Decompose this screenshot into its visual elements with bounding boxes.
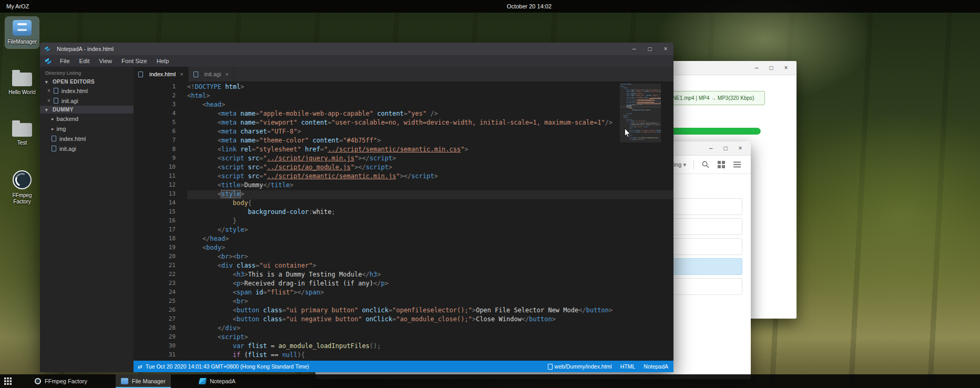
notepada-titlebar[interactable]: NotepadA - index.html – □ × bbox=[40, 43, 673, 55]
line-number: 11 bbox=[134, 172, 184, 181]
line-number: 16 bbox=[134, 217, 184, 226]
tab-index.html[interactable]: index.html× bbox=[134, 67, 189, 81]
sidebar-header: Directory Listing bbox=[40, 67, 134, 78]
statusbar-language: HTML bbox=[620, 363, 636, 370]
line-number: 17 bbox=[134, 226, 184, 235]
filepath-text: web/Dummy/index.html bbox=[555, 363, 612, 370]
open-editors-label: OPEN EDITORS bbox=[53, 79, 95, 85]
line-number: 1 bbox=[134, 83, 184, 92]
desktop-icon-file-manager[interactable]: FileManager bbox=[5, 17, 39, 48]
close-icon[interactable]: × bbox=[180, 71, 183, 77]
fm-maximize-button[interactable]: □ bbox=[719, 143, 732, 154]
file-tree: ▸backend▸imgindex.htmlinit.agi bbox=[40, 114, 134, 154]
code-editor[interactable]: 1234567891011121314151617181920212223242… bbox=[134, 81, 673, 361]
notepada-close-button[interactable]: × bbox=[658, 43, 673, 55]
code-line: <div class="ui container"> bbox=[187, 262, 673, 271]
toolbar-divider bbox=[693, 160, 694, 169]
file-icon bbox=[138, 72, 143, 77]
fm-close-button[interactable]: × bbox=[734, 143, 747, 154]
desktop-icon-hello-world[interactable]: Hello World bbox=[5, 66, 39, 99]
tab-init.agi[interactable]: init.agi× bbox=[189, 67, 234, 81]
tree-item-backend[interactable]: ▸backend bbox=[40, 114, 134, 124]
notepada-sidebar: Directory Listing ▾ OPEN EDITORS ×index.… bbox=[40, 67, 134, 372]
grid-view-icon[interactable] bbox=[717, 160, 726, 169]
desktop-icon-label: FFmpeg Factory bbox=[6, 192, 38, 205]
close-icon[interactable]: × bbox=[47, 98, 50, 104]
desktop-icon-test[interactable]: Test bbox=[5, 117, 39, 149]
desktop-icon-column: FileManagerHello WorldTestFFmpeg Factory bbox=[5, 17, 39, 208]
menu-view[interactable]: View bbox=[94, 55, 117, 67]
code-line: <meta charset="UTF-8"> bbox=[187, 128, 673, 137]
taskbar-item-file-manager[interactable]: File Manager bbox=[116, 374, 171, 388]
tree-item-index.html[interactable]: index.html bbox=[40, 134, 134, 144]
code-line: } bbox=[187, 217, 673, 226]
desktop-icon-label: FileManager bbox=[6, 39, 38, 45]
folder-icon bbox=[12, 123, 32, 137]
tree-item-init.agi[interactable]: init.agi bbox=[40, 144, 134, 154]
notepada-menubar: FileEditViewFont SizeHelp bbox=[40, 55, 673, 67]
code-line: <title>Dummy</title> bbox=[187, 181, 673, 190]
desktop: My ArOZ October 20 14:02 FileManagerHell… bbox=[0, 0, 980, 388]
fm-minimize-button[interactable]: – bbox=[705, 143, 717, 154]
code-line: <p>Received drag-in filelist (if any)</p… bbox=[187, 280, 673, 289]
code-line: <body> bbox=[187, 244, 673, 253]
code-line: <button class="ui primary button" onclic… bbox=[187, 307, 673, 315]
folder-section-dummy[interactable]: ▾ DUMMY bbox=[40, 106, 134, 114]
folder-label: DUMMY bbox=[53, 107, 74, 113]
taskbar-item-label: NotepadA bbox=[210, 378, 236, 384]
code-line: <!DOCTYPE html> bbox=[187, 83, 673, 92]
code-line: <meta name="apple-mobile-web-app-capable… bbox=[187, 110, 673, 119]
taskbar-items: FFmpeg FactoryFile ManagerNotepadA bbox=[29, 374, 264, 388]
ffmpeg-minimize-button[interactable]: – bbox=[750, 63, 763, 73]
tree-item-img[interactable]: ▸img bbox=[40, 124, 134, 134]
close-icon[interactable]: × bbox=[225, 71, 228, 77]
notepada-maximize-button[interactable]: □ bbox=[642, 43, 658, 55]
menu-edit[interactable]: Edit bbox=[75, 55, 95, 67]
close-icon[interactable]: × bbox=[47, 88, 50, 94]
minimap[interactable]: <!DOCTYPE html><html> <head> <meta name=… bbox=[620, 84, 661, 361]
open-editor-label: init.agi bbox=[62, 98, 78, 104]
start-menu-button[interactable] bbox=[0, 374, 16, 388]
ffmpeg-maximize-button[interactable]: □ bbox=[765, 63, 778, 73]
open-editor-init.agi[interactable]: ×init.agi bbox=[40, 96, 134, 106]
open-editors-section[interactable]: ▾ OPEN EDITORS bbox=[40, 78, 134, 86]
line-number: 19 bbox=[134, 244, 184, 253]
menu-help[interactable]: Help bbox=[152, 55, 174, 67]
drawer-icon bbox=[121, 378, 128, 384]
chevron-down-icon: ▾ bbox=[45, 107, 48, 113]
desktop-icon-ffmpeg-factory[interactable]: FFmpeg Factory bbox=[5, 167, 39, 208]
file-icon bbox=[54, 98, 58, 104]
line-number: 7 bbox=[134, 137, 184, 146]
code-content[interactable]: <!DOCTYPE html><html> <head> <meta name=… bbox=[184, 81, 673, 361]
open-editor-label: index.html bbox=[62, 88, 88, 94]
list-view-icon[interactable] bbox=[733, 160, 741, 169]
notepada-icon bbox=[199, 378, 207, 384]
menu-font-size[interactable]: Font Size bbox=[117, 55, 152, 67]
line-number: 20 bbox=[134, 253, 184, 262]
desktop-icon-label: Test bbox=[6, 140, 38, 146]
taskbar-item-ffmpeg-factory[interactable]: FFmpeg Factory bbox=[29, 374, 93, 388]
open-editor-index.html[interactable]: ×index.html bbox=[40, 86, 134, 96]
line-number: 29 bbox=[134, 333, 184, 342]
search-icon[interactable] bbox=[701, 160, 710, 169]
taskbar: FFmpeg FactoryFile ManagerNotepadA bbox=[0, 374, 980, 388]
file-icon bbox=[548, 364, 553, 370]
code-line: </head> bbox=[187, 235, 673, 244]
code-line: </style> bbox=[187, 226, 673, 235]
taskbar-item-notepada[interactable]: NotepadA bbox=[194, 374, 241, 388]
line-number: 15 bbox=[134, 208, 184, 217]
code-line: body{ bbox=[187, 199, 673, 208]
notepada-window[interactable]: NotepadA - index.html – □ × FileEditView… bbox=[40, 43, 673, 372]
ffmpeg-close-button[interactable]: × bbox=[780, 63, 792, 73]
code-line: <h3>This is a Dummy Testing Module</h3> bbox=[187, 271, 673, 280]
minimap-content: <!DOCTYPE html><html> <head> <meta name=… bbox=[620, 84, 661, 141]
menu-file[interactable]: File bbox=[55, 55, 75, 67]
notepada-minimize-button[interactable]: – bbox=[626, 43, 642, 55]
aroz-menu[interactable]: My ArOZ bbox=[6, 3, 29, 9]
tree-item-label: img bbox=[57, 126, 66, 132]
code-line: if (flist == null){ bbox=[187, 351, 673, 360]
open-editors-list: ×index.html×init.agi bbox=[40, 86, 134, 106]
taskbar-item-label: File Manager bbox=[132, 378, 166, 384]
statusbar-datetime: Tue Oct 20 2020 14:01:43 GMT+0800 (Hong … bbox=[146, 363, 309, 370]
line-number: 25 bbox=[134, 298, 184, 307]
